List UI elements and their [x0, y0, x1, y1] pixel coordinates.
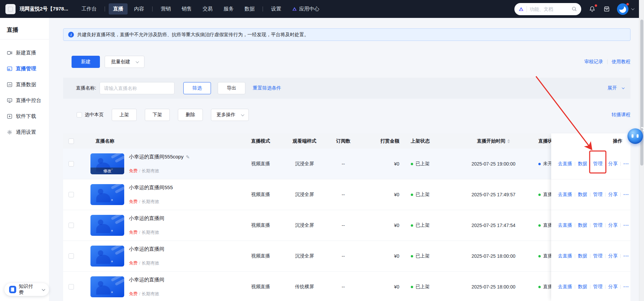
account-menu[interactable]: [617, 3, 634, 15]
topnav-item-label: 交易: [203, 6, 213, 12]
action-go-live[interactable]: 去直播: [558, 161, 572, 167]
sidebar-item-software-download[interactable]: 软件下载: [0, 108, 49, 124]
action-share[interactable]: 分享: [608, 222, 618, 228]
topnav-item-9[interactable]: 应用中心: [288, 3, 324, 15]
live-mode-cell: 视频直播: [239, 253, 283, 259]
table-body: 修改 小幸运的直播间555copy ✎ 免费/长期有效 视频直播 沉浸全屏 --…: [63, 149, 630, 301]
batch-create-button[interactable]: 批量创建: [105, 56, 144, 68]
action-data[interactable]: 数据: [578, 192, 587, 198]
topnav-item-7[interactable]: 数据: [240, 3, 259, 15]
live-cover-thumbnail[interactable]: [90, 215, 124, 236]
account-badge: [626, 3, 629, 5]
live-title: 小幸运的直播间555copy: [129, 154, 184, 160]
sidebar-item-live-data[interactable]: 直播数据: [0, 77, 49, 93]
knowledge-pay-widget[interactable]: 知识付费: [4, 283, 49, 296]
global-search[interactable]: [514, 3, 581, 15]
topnav-item-8[interactable]: 设置: [267, 3, 286, 15]
workspace-name[interactable]: 现网蓝悦2号【7978...: [20, 6, 68, 12]
validity-label: 长期有效: [142, 168, 159, 173]
live-cover-thumbnail[interactable]: [90, 184, 124, 205]
search-icon[interactable]: [571, 6, 577, 12]
action-data[interactable]: 数据: [578, 253, 587, 259]
more-actions-button[interactable]: ···: [623, 253, 629, 259]
live-title: 小幸运的直播间: [129, 215, 164, 222]
sidebar-item-live-manage[interactable]: 直播管理: [0, 61, 49, 77]
topnav-item-4[interactable]: 销售: [177, 3, 196, 15]
sidebar-item-live-console[interactable]: 直播中控台: [0, 93, 49, 108]
live-cover-thumbnail[interactable]: [90, 246, 124, 267]
action-go-live[interactable]: 去直播: [558, 253, 572, 259]
row-checkbox[interactable]: [69, 253, 74, 259]
topnav-item-label: 应用中心: [299, 6, 319, 12]
topnav-item-2[interactable]: 内容: [130, 3, 149, 15]
reset-filters-link[interactable]: 重置筛选条件: [253, 85, 281, 91]
relay-course-link[interactable]: 转播课程: [612, 112, 630, 118]
workspace-logo[interactable]: [5, 4, 16, 14]
more-actions-button[interactable]: ···: [623, 161, 629, 167]
export-button[interactable]: 导出: [218, 82, 245, 94]
sidebar-item-general-settings[interactable]: 通用设置: [0, 124, 49, 140]
more-actions-button[interactable]: ···: [623, 192, 629, 197]
more-operations-button[interactable]: 更多操作: [211, 109, 249, 121]
thumbnail-edit-overlay[interactable]: 修改: [90, 168, 124, 174]
app-center-icon: [292, 6, 297, 11]
edit-title-icon[interactable]: ✎: [186, 154, 190, 160]
action-divider: [620, 193, 621, 197]
live-cover-thumbnail[interactable]: 修改: [90, 153, 124, 174]
assistant-robot-button[interactable]: [627, 128, 643, 144]
sidebar-item-new-live[interactable]: 新建直播: [0, 45, 49, 61]
col-start-time[interactable]: 直播开始时间: [451, 138, 536, 144]
row-checkbox[interactable]: [69, 192, 74, 197]
action-share[interactable]: 分享: [608, 161, 618, 167]
topnav-item-3[interactable]: 营销: [156, 3, 175, 15]
topnav-item-1[interactable]: 直播: [109, 3, 128, 15]
subscribers-cell: --: [326, 192, 360, 197]
select-all-checkbox[interactable]: [69, 139, 74, 144]
select-page-checkbox[interactable]: [77, 112, 82, 118]
sort-icon[interactable]: [507, 139, 510, 143]
store-button[interactable]: [603, 5, 610, 12]
action-share[interactable]: 分享: [608, 253, 618, 259]
action-data[interactable]: 数据: [578, 222, 587, 228]
action-manage[interactable]: 管理: [593, 284, 602, 290]
more-actions-button[interactable]: ···: [623, 223, 629, 228]
action-manage[interactable]: 管理: [593, 222, 602, 228]
search-input[interactable]: [530, 6, 569, 12]
action-go-live[interactable]: 去直播: [558, 192, 572, 198]
action-divider: [605, 254, 606, 258]
action-manage[interactable]: 管理: [593, 253, 602, 259]
unpublish-button[interactable]: 下架: [145, 109, 170, 121]
notifications-button[interactable]: [589, 5, 596, 12]
create-button[interactable]: 新建: [72, 56, 100, 68]
topnav-item-label: 工作台: [81, 6, 97, 12]
action-share[interactable]: 分享: [608, 284, 618, 290]
topnav-item-5[interactable]: 交易: [198, 3, 217, 15]
download-icon: [7, 114, 12, 119]
audit-log-link[interactable]: 审核记录: [584, 59, 603, 65]
action-divider: [620, 254, 621, 258]
vertical-scrollbar[interactable]: [639, 0, 644, 301]
topnav-item-0[interactable]: 工作台: [77, 3, 101, 15]
delete-button[interactable]: 删除: [178, 109, 203, 121]
live-name-input[interactable]: [100, 82, 175, 94]
price-validity: 免费/长期有效: [129, 199, 173, 205]
topnav-item-6[interactable]: 服务: [219, 3, 238, 15]
filter-button[interactable]: 筛选: [183, 82, 211, 94]
scrollbar-thumb[interactable]: [640, 20, 643, 166]
action-data[interactable]: 数据: [578, 284, 587, 290]
action-manage[interactable]: 管理: [593, 192, 602, 198]
row-checkbox[interactable]: [69, 161, 74, 167]
row-checkbox[interactable]: [69, 223, 74, 228]
actions-header: 操作: [551, 133, 630, 149]
action-go-live[interactable]: 去直播: [558, 222, 572, 228]
publish-button[interactable]: 上架: [112, 109, 137, 121]
action-go-live[interactable]: 去直播: [558, 284, 572, 290]
tutorial-link[interactable]: 使用教程: [612, 59, 630, 65]
expand-filters-button[interactable]: 展开: [608, 85, 624, 91]
action-share[interactable]: 分享: [608, 192, 618, 198]
row-checkbox[interactable]: [69, 284, 74, 290]
live-cover-thumbnail[interactable]: [90, 276, 124, 297]
action-manage[interactable]: 管理: [593, 161, 602, 167]
more-actions-button[interactable]: ···: [623, 284, 629, 290]
action-data[interactable]: 数据: [578, 161, 587, 167]
